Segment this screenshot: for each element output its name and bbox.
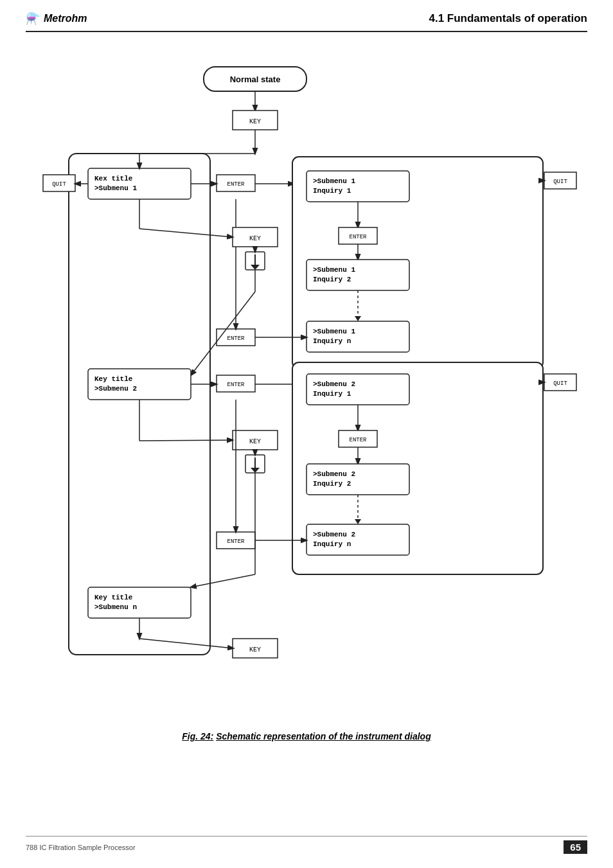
logo-text: Metrohm [44, 13, 87, 24]
caption-text: Schematic representation of the instrume… [216, 731, 431, 741]
key-title-2-line1: Key title [94, 375, 133, 383]
quit-3-label: QUIT [553, 380, 567, 387]
sub2-inq1-line2: Inquiry 1 [313, 390, 351, 398]
sub1-inq1-line1: >Submenu 1 [313, 177, 355, 185]
sub1-inq2-line2: Inquiry 2 [313, 276, 351, 283]
metrohm-logo-icon: ⚗️ [26, 12, 40, 26]
quit-2-label: QUIT [553, 179, 567, 185]
key-title-n-line2: >Submenu n [94, 603, 137, 611]
svg-rect-21 [306, 321, 409, 352]
enter-3-label: ENTER [227, 335, 245, 342]
sub2-inqn-line1: >Submenu 2 [313, 531, 355, 538]
enter-6-label: ENTER [227, 538, 245, 545]
enter-5-label: ENTER [349, 437, 367, 443]
key-box-4-label: KEY [249, 646, 261, 653]
figure-caption: Fig. 24: Schematic representation of the… [26, 731, 587, 741]
sub1-inq1-line2: Inquiry 1 [313, 187, 351, 195]
svg-rect-5 [88, 168, 191, 199]
diagram-svg: .mono { font-family: 'Courier New', mono… [30, 48, 583, 716]
enter-2-label: ENTER [349, 234, 367, 240]
sub2-inqn-line2: Inquiry n [313, 540, 351, 548]
sub1-inqn-line1: >Submenu 1 [313, 328, 355, 335]
sub1-inq2-line1: >Submenu 1 [313, 266, 355, 274]
svg-rect-34 [88, 369, 191, 400]
sub1-inqn-line2: Inquiry n [313, 337, 351, 345]
logo-area: ⚗️ Metrohm [26, 12, 87, 26]
page: ⚗️ Metrohm 4.1 Fundamentals of operation… [0, 0, 613, 868]
key-box-3-label: KEY [249, 438, 261, 445]
header: ⚗️ Metrohm 4.1 Fundamentals of operation [26, 12, 587, 32]
diagram-container: .mono { font-family: 'Courier New', mono… [27, 48, 586, 716]
kex-title-line2: >Submenu 1 [94, 184, 137, 192]
key-box-2-label: KEY [249, 235, 261, 242]
footer: 788 IC Filtration Sample Processor 65 [26, 836, 587, 854]
normal-state-label: Normal state [230, 75, 281, 84]
key-title-n-line1: Key title [94, 594, 133, 601]
svg-rect-61 [88, 587, 191, 618]
svg-rect-48 [306, 524, 409, 555]
sub2-inq1-line1: >Submenu 2 [313, 380, 355, 388]
enter-1-label: ENTER [227, 181, 245, 188]
caption-label: Fig. 24: [182, 731, 213, 741]
sub2-inq2-line1: >Submenu 2 [313, 470, 355, 478]
key-box-1-label: KEY [249, 118, 261, 125]
footer-page-number: 65 [564, 840, 587, 854]
svg-rect-39 [306, 374, 409, 405]
kex-title-line1: Kex title [94, 175, 133, 182]
svg-rect-45 [306, 464, 409, 495]
header-title: 4.1 Fundamentals of operation [429, 12, 587, 25]
key-title-2-line2: >Submenu 2 [94, 385, 137, 393]
quit-1-label: QUIT [52, 181, 66, 188]
svg-rect-18 [306, 260, 409, 290]
footer-product-name: 788 IC Filtration Sample Processor [26, 844, 136, 851]
enter-4-label: ENTER [227, 382, 245, 388]
svg-rect-12 [306, 171, 409, 202]
sub2-inq2-line2: Inquiry 2 [313, 480, 351, 488]
svg-line-53 [139, 440, 233, 441]
